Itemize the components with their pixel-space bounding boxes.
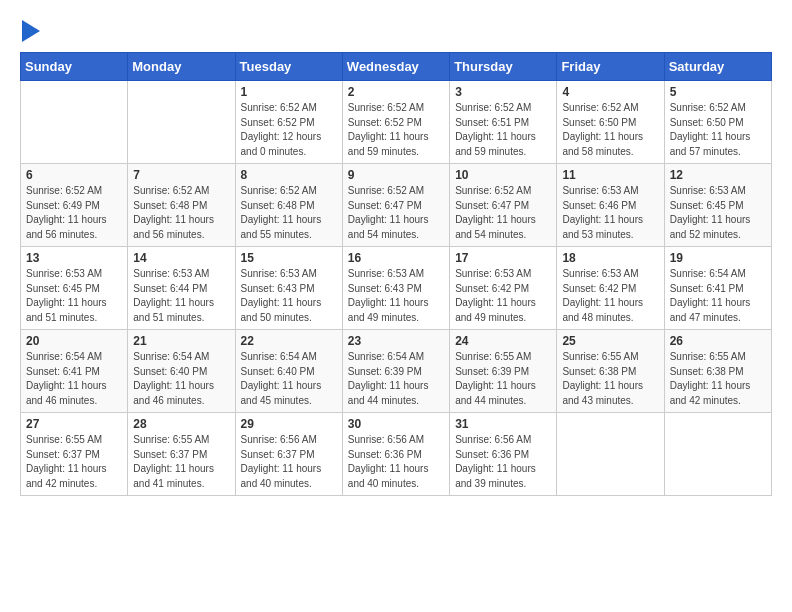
day-info: Sunrise: 6:53 AM Sunset: 6:45 PM Dayligh… bbox=[670, 184, 766, 242]
day-number: 25 bbox=[562, 334, 658, 348]
day-number: 22 bbox=[241, 334, 337, 348]
calendar-cell: 14Sunrise: 6:53 AM Sunset: 6:44 PM Dayli… bbox=[128, 247, 235, 330]
day-info: Sunrise: 6:55 AM Sunset: 6:39 PM Dayligh… bbox=[455, 350, 551, 408]
day-info: Sunrise: 6:52 AM Sunset: 6:51 PM Dayligh… bbox=[455, 101, 551, 159]
calendar-cell: 30Sunrise: 6:56 AM Sunset: 6:36 PM Dayli… bbox=[342, 413, 449, 496]
calendar-cell: 8Sunrise: 6:52 AM Sunset: 6:48 PM Daylig… bbox=[235, 164, 342, 247]
day-number: 24 bbox=[455, 334, 551, 348]
calendar-cell: 5Sunrise: 6:52 AM Sunset: 6:50 PM Daylig… bbox=[664, 81, 771, 164]
day-number: 16 bbox=[348, 251, 444, 265]
day-number: 12 bbox=[670, 168, 766, 182]
calendar-cell: 2Sunrise: 6:52 AM Sunset: 6:52 PM Daylig… bbox=[342, 81, 449, 164]
calendar-week-row: 1Sunrise: 6:52 AM Sunset: 6:52 PM Daylig… bbox=[21, 81, 772, 164]
day-number: 9 bbox=[348, 168, 444, 182]
day-number: 6 bbox=[26, 168, 122, 182]
day-info: Sunrise: 6:55 AM Sunset: 6:37 PM Dayligh… bbox=[26, 433, 122, 491]
day-info: Sunrise: 6:52 AM Sunset: 6:50 PM Dayligh… bbox=[670, 101, 766, 159]
day-info: Sunrise: 6:52 AM Sunset: 6:52 PM Dayligh… bbox=[241, 101, 337, 159]
day-number: 18 bbox=[562, 251, 658, 265]
day-info: Sunrise: 6:54 AM Sunset: 6:40 PM Dayligh… bbox=[133, 350, 229, 408]
calendar-week-row: 6Sunrise: 6:52 AM Sunset: 6:49 PM Daylig… bbox=[21, 164, 772, 247]
calendar-header-wednesday: Wednesday bbox=[342, 53, 449, 81]
day-info: Sunrise: 6:52 AM Sunset: 6:47 PM Dayligh… bbox=[455, 184, 551, 242]
day-info: Sunrise: 6:52 AM Sunset: 6:52 PM Dayligh… bbox=[348, 101, 444, 159]
day-info: Sunrise: 6:52 AM Sunset: 6:50 PM Dayligh… bbox=[562, 101, 658, 159]
calendar-cell: 13Sunrise: 6:53 AM Sunset: 6:45 PM Dayli… bbox=[21, 247, 128, 330]
day-number: 28 bbox=[133, 417, 229, 431]
calendar-cell: 11Sunrise: 6:53 AM Sunset: 6:46 PM Dayli… bbox=[557, 164, 664, 247]
calendar-cell: 1Sunrise: 6:52 AM Sunset: 6:52 PM Daylig… bbox=[235, 81, 342, 164]
day-info: Sunrise: 6:54 AM Sunset: 6:40 PM Dayligh… bbox=[241, 350, 337, 408]
calendar-cell: 24Sunrise: 6:55 AM Sunset: 6:39 PM Dayli… bbox=[450, 330, 557, 413]
day-number: 7 bbox=[133, 168, 229, 182]
calendar-cell bbox=[664, 413, 771, 496]
calendar-header-thursday: Thursday bbox=[450, 53, 557, 81]
page-header bbox=[20, 20, 772, 42]
day-info: Sunrise: 6:53 AM Sunset: 6:44 PM Dayligh… bbox=[133, 267, 229, 325]
calendar-cell: 7Sunrise: 6:52 AM Sunset: 6:48 PM Daylig… bbox=[128, 164, 235, 247]
calendar-week-row: 20Sunrise: 6:54 AM Sunset: 6:41 PM Dayli… bbox=[21, 330, 772, 413]
day-info: Sunrise: 6:53 AM Sunset: 6:45 PM Dayligh… bbox=[26, 267, 122, 325]
day-info: Sunrise: 6:55 AM Sunset: 6:37 PM Dayligh… bbox=[133, 433, 229, 491]
svg-marker-0 bbox=[22, 20, 40, 42]
calendar-cell: 20Sunrise: 6:54 AM Sunset: 6:41 PM Dayli… bbox=[21, 330, 128, 413]
day-number: 5 bbox=[670, 85, 766, 99]
calendar-week-row: 13Sunrise: 6:53 AM Sunset: 6:45 PM Dayli… bbox=[21, 247, 772, 330]
calendar-cell: 15Sunrise: 6:53 AM Sunset: 6:43 PM Dayli… bbox=[235, 247, 342, 330]
calendar-header-tuesday: Tuesday bbox=[235, 53, 342, 81]
calendar-cell bbox=[128, 81, 235, 164]
day-number: 27 bbox=[26, 417, 122, 431]
day-number: 14 bbox=[133, 251, 229, 265]
day-number: 15 bbox=[241, 251, 337, 265]
calendar-header-friday: Friday bbox=[557, 53, 664, 81]
calendar-cell: 12Sunrise: 6:53 AM Sunset: 6:45 PM Dayli… bbox=[664, 164, 771, 247]
day-info: Sunrise: 6:56 AM Sunset: 6:37 PM Dayligh… bbox=[241, 433, 337, 491]
logo bbox=[20, 20, 42, 42]
calendar-cell: 16Sunrise: 6:53 AM Sunset: 6:43 PM Dayli… bbox=[342, 247, 449, 330]
day-info: Sunrise: 6:52 AM Sunset: 6:48 PM Dayligh… bbox=[241, 184, 337, 242]
day-info: Sunrise: 6:53 AM Sunset: 6:42 PM Dayligh… bbox=[455, 267, 551, 325]
calendar-cell: 29Sunrise: 6:56 AM Sunset: 6:37 PM Dayli… bbox=[235, 413, 342, 496]
day-number: 21 bbox=[133, 334, 229, 348]
day-number: 2 bbox=[348, 85, 444, 99]
calendar-cell: 23Sunrise: 6:54 AM Sunset: 6:39 PM Dayli… bbox=[342, 330, 449, 413]
day-info: Sunrise: 6:56 AM Sunset: 6:36 PM Dayligh… bbox=[455, 433, 551, 491]
day-number: 1 bbox=[241, 85, 337, 99]
day-info: Sunrise: 6:53 AM Sunset: 6:43 PM Dayligh… bbox=[348, 267, 444, 325]
calendar-cell: 21Sunrise: 6:54 AM Sunset: 6:40 PM Dayli… bbox=[128, 330, 235, 413]
calendar-cell: 28Sunrise: 6:55 AM Sunset: 6:37 PM Dayli… bbox=[128, 413, 235, 496]
day-info: Sunrise: 6:52 AM Sunset: 6:48 PM Dayligh… bbox=[133, 184, 229, 242]
calendar-cell: 22Sunrise: 6:54 AM Sunset: 6:40 PM Dayli… bbox=[235, 330, 342, 413]
day-info: Sunrise: 6:54 AM Sunset: 6:41 PM Dayligh… bbox=[26, 350, 122, 408]
day-number: 19 bbox=[670, 251, 766, 265]
day-number: 29 bbox=[241, 417, 337, 431]
calendar-header-row: SundayMondayTuesdayWednesdayThursdayFrid… bbox=[21, 53, 772, 81]
calendar-header-saturday: Saturday bbox=[664, 53, 771, 81]
day-info: Sunrise: 6:55 AM Sunset: 6:38 PM Dayligh… bbox=[670, 350, 766, 408]
calendar-cell: 25Sunrise: 6:55 AM Sunset: 6:38 PM Dayli… bbox=[557, 330, 664, 413]
day-info: Sunrise: 6:56 AM Sunset: 6:36 PM Dayligh… bbox=[348, 433, 444, 491]
day-info: Sunrise: 6:52 AM Sunset: 6:47 PM Dayligh… bbox=[348, 184, 444, 242]
day-info: Sunrise: 6:53 AM Sunset: 6:43 PM Dayligh… bbox=[241, 267, 337, 325]
day-number: 11 bbox=[562, 168, 658, 182]
calendar-header-sunday: Sunday bbox=[21, 53, 128, 81]
logo-flag-icon bbox=[22, 20, 40, 42]
day-number: 31 bbox=[455, 417, 551, 431]
calendar-cell: 10Sunrise: 6:52 AM Sunset: 6:47 PM Dayli… bbox=[450, 164, 557, 247]
day-number: 26 bbox=[670, 334, 766, 348]
calendar-cell: 17Sunrise: 6:53 AM Sunset: 6:42 PM Dayli… bbox=[450, 247, 557, 330]
day-number: 17 bbox=[455, 251, 551, 265]
day-number: 30 bbox=[348, 417, 444, 431]
day-info: Sunrise: 6:54 AM Sunset: 6:41 PM Dayligh… bbox=[670, 267, 766, 325]
calendar-header-monday: Monday bbox=[128, 53, 235, 81]
calendar-cell: 9Sunrise: 6:52 AM Sunset: 6:47 PM Daylig… bbox=[342, 164, 449, 247]
day-info: Sunrise: 6:53 AM Sunset: 6:42 PM Dayligh… bbox=[562, 267, 658, 325]
calendar-cell: 31Sunrise: 6:56 AM Sunset: 6:36 PM Dayli… bbox=[450, 413, 557, 496]
calendar-cell bbox=[21, 81, 128, 164]
calendar-cell: 18Sunrise: 6:53 AM Sunset: 6:42 PM Dayli… bbox=[557, 247, 664, 330]
day-number: 4 bbox=[562, 85, 658, 99]
calendar-cell: 6Sunrise: 6:52 AM Sunset: 6:49 PM Daylig… bbox=[21, 164, 128, 247]
day-number: 23 bbox=[348, 334, 444, 348]
day-number: 13 bbox=[26, 251, 122, 265]
calendar-cell: 4Sunrise: 6:52 AM Sunset: 6:50 PM Daylig… bbox=[557, 81, 664, 164]
